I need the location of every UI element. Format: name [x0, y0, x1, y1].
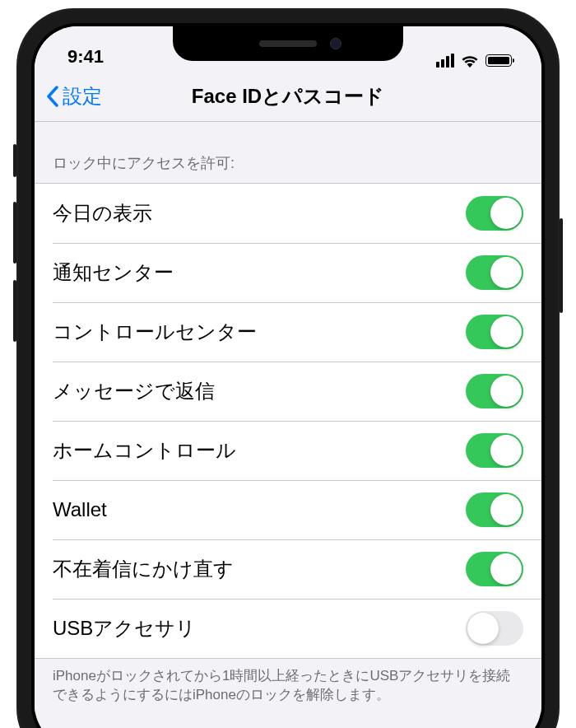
- item-label: 通知センター: [53, 259, 174, 286]
- toggle-reply-with-message[interactable]: [466, 374, 523, 408]
- volume-down-button: [13, 280, 16, 342]
- toggle-today-view[interactable]: [466, 196, 523, 231]
- back-label: 設定: [63, 83, 102, 110]
- toggle-knob: [490, 435, 522, 466]
- toggle-knob: [490, 494, 522, 525]
- list-item-usb-accessories: USBアクセサリ: [35, 599, 541, 658]
- list-item-home-control: ホームコントロール: [35, 421, 541, 480]
- settings-list: 今日の表示通知センターコントロールセンターメッセージで返信ホームコントロールWa…: [35, 183, 541, 659]
- toggle-notification-center[interactable]: [466, 255, 523, 290]
- item-label: 不在着信にかけ直す: [53, 556, 234, 582]
- item-label: USBアクセサリ: [53, 615, 196, 642]
- speaker: [259, 40, 317, 47]
- toggle-knob: [490, 198, 522, 229]
- content: ロック中にアクセスを許可: 今日の表示通知センターコントロールセンターメッセージ…: [35, 122, 541, 713]
- battery-icon: [485, 54, 512, 67]
- item-label: コントロールセンター: [53, 319, 257, 345]
- toggle-knob: [490, 316, 522, 348]
- screen: 9:41: [35, 26, 541, 728]
- list-item-reply-with-message: メッセージで返信: [35, 362, 541, 421]
- back-button[interactable]: 設定: [46, 83, 102, 110]
- toggle-knob: [490, 553, 522, 585]
- toggle-knob: [490, 257, 522, 288]
- list-item-notification-center: 通知センター: [35, 243, 541, 302]
- item-label: Wallet: [53, 498, 107, 521]
- item-label: ホームコントロール: [53, 437, 236, 464]
- volume-up-button: [13, 202, 16, 264]
- mute-switch: [13, 144, 16, 177]
- list-item-today-view: 今日の表示: [35, 184, 541, 243]
- item-label: 今日の表示: [53, 200, 152, 226]
- status-icons: [436, 54, 512, 68]
- toggle-usb-accessories[interactable]: [466, 611, 523, 646]
- status-time: 9:41: [67, 46, 104, 68]
- toggle-knob: [490, 376, 522, 407]
- toggle-control-center[interactable]: [466, 315, 523, 349]
- section-footer: iPhoneがロックされてから1時間以上経ったときにUSBアクセサリを接続できる…: [35, 659, 541, 713]
- power-button: [560, 218, 563, 313]
- phone-frame: 9:41: [16, 8, 560, 728]
- toggle-return-missed-calls[interactable]: [466, 552, 523, 586]
- chevron-left-icon: [46, 86, 59, 107]
- toggle-home-control[interactable]: [466, 433, 523, 468]
- list-item-control-center: コントロールセンター: [35, 302, 541, 362]
- nav-bar: 設定 Face IDとパスコード: [35, 71, 541, 122]
- list-item-return-missed-calls: 不在着信にかけ直す: [35, 539, 541, 599]
- cellular-signal-icon: [436, 54, 454, 68]
- wifi-icon: [461, 54, 479, 68]
- list-item-wallet: Wallet: [35, 480, 541, 539]
- toggle-wallet[interactable]: [466, 492, 523, 527]
- notch: [173, 26, 403, 61]
- page-title: Face IDとパスコード: [192, 83, 384, 110]
- section-header: ロック中にアクセスを許可:: [35, 122, 541, 183]
- front-camera: [330, 38, 341, 49]
- item-label: メッセージで返信: [53, 378, 215, 404]
- toggle-knob: [467, 613, 499, 644]
